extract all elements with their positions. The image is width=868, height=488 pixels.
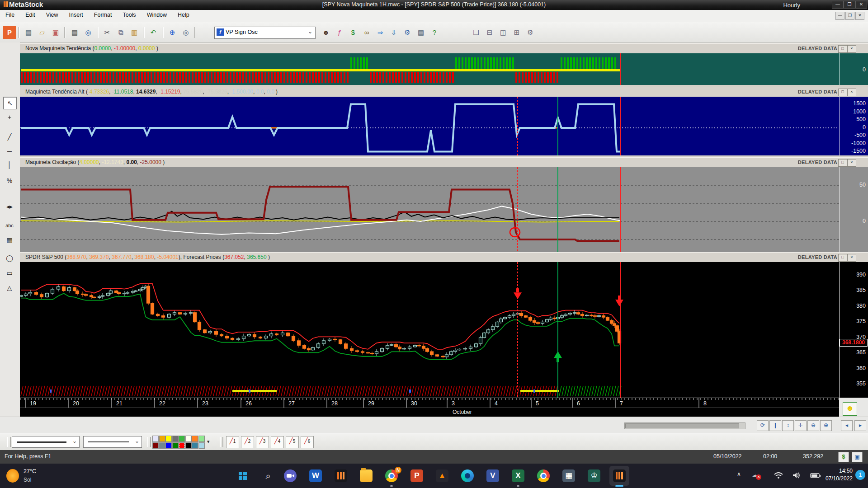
word-icon[interactable]: W	[306, 466, 326, 486]
battery-icon[interactable]	[810, 473, 821, 479]
price-scale-panel-1[interactable]: 0	[839, 53, 868, 85]
crosshair-icon[interactable]: ⊕	[166, 26, 179, 39]
percent-tool[interactable]: %	[3, 175, 16, 187]
line-weight-combobox[interactable]: ⌄	[83, 436, 142, 448]
horizontal-scrollbar[interactable]	[624, 422, 745, 429]
explorer-icon[interactable]: ☻	[320, 26, 332, 39]
edge-icon[interactable]	[458, 466, 477, 486]
teams-icon[interactable]	[280, 466, 300, 486]
palette-color[interactable]	[159, 436, 165, 442]
chart-panel-nova-maquineta-tendencia[interactable]	[20, 53, 839, 85]
date-axis[interactable]: 19202122232627282930345678	[20, 398, 839, 408]
cut-icon[interactable]: ✂	[101, 26, 113, 39]
menu-format[interactable]: Format	[89, 10, 118, 20]
toolbar-grip[interactable]	[220, 437, 223, 447]
palette-color[interactable]	[165, 442, 172, 449]
ellipse-tool[interactable]: ◯	[3, 252, 16, 264]
maximize-panel-button[interactable]: □	[838, 89, 847, 96]
monitor-status-icon[interactable]: ▣	[852, 452, 863, 462]
metastock-active-icon[interactable]	[609, 466, 629, 486]
chart-template-button-5[interactable]: ╱5	[286, 436, 299, 448]
chart-panel-maquineta-oscilacao[interactable]	[20, 167, 839, 252]
vertical-line-tool[interactable]: │	[3, 159, 16, 171]
menu-view[interactable]: View	[41, 10, 64, 20]
trendline-tool[interactable]: ╱	[3, 131, 16, 143]
price-scale-panel-4[interactable]: 390385380375370365360355	[839, 262, 868, 398]
line-style-combobox[interactable]: ⌄	[12, 436, 80, 448]
rectangle-tool[interactable]: ▭	[3, 267, 16, 279]
palette-color[interactable]	[179, 436, 185, 442]
smiley-status-icon[interactable]: ☻	[843, 402, 857, 416]
forecast-arrow-icon[interactable]: ⇒	[374, 26, 387, 39]
notification-badge[interactable]: 1	[855, 470, 865, 480]
menu-insert[interactable]: Insert	[64, 10, 89, 20]
toolbar-grip[interactable]	[147, 437, 151, 447]
scrollbar-thumb[interactable]	[625, 423, 739, 428]
chrome-icon[interactable]: N	[382, 466, 401, 486]
undo-icon[interactable]: ↶	[147, 26, 160, 39]
chrome-secondary-icon[interactable]	[533, 466, 553, 486]
toolbar-grip[interactable]	[7, 437, 11, 447]
palette-color[interactable]	[152, 436, 159, 442]
palette-color[interactable]	[198, 436, 205, 442]
tile-vertical-icon[interactable]: ◫	[497, 26, 509, 39]
close-panel-button[interactable]: ×	[847, 254, 856, 262]
chart-panel-maquineta-tendencia-alt[interactable]	[20, 97, 839, 155]
grid-tool[interactable]: ▦	[3, 234, 16, 246]
zoom-out-button[interactable]: ⊖	[807, 420, 819, 431]
save-icon[interactable]: ▣	[49, 26, 62, 39]
menu-help[interactable]: Help	[172, 10, 195, 20]
print-preview-icon[interactable]: ◎	[82, 26, 94, 39]
tile-horizontal-icon[interactable]: ⊟	[483, 26, 496, 39]
restore-button[interactable]: ❐	[844, 1, 855, 9]
maximize-panel-button[interactable]: □	[838, 254, 847, 262]
scroll-arrows-tool[interactable]: ◂▸	[3, 201, 16, 212]
palette-color[interactable]	[179, 442, 185, 449]
text-tool[interactable]: abc	[3, 220, 16, 231]
cursor-mode-button[interactable]: ❙	[769, 420, 781, 431]
menu-edit[interactable]: Edit	[20, 10, 41, 20]
refresh-button[interactable]: ⟳	[757, 420, 769, 431]
copy-icon[interactable]: ⧉	[114, 26, 127, 39]
maximize-panel-button[interactable]: □	[838, 45, 847, 53]
downloader-icon[interactable]: ⇩	[387, 26, 400, 39]
panel-title-maquineta-oscilacao[interactable]: Maquineta Oscilação (4.00000, -12.1743, …	[20, 157, 868, 168]
chart-template-button-3[interactable]: ╱3	[256, 436, 269, 448]
palette-color[interactable]	[192, 436, 198, 442]
vlc-icon[interactable]: ▲	[432, 466, 452, 486]
menu-file[interactable]: File	[0, 10, 20, 20]
dollar-status-icon[interactable]: $	[838, 452, 849, 462]
maximize-panel-button[interactable]: □	[838, 159, 847, 167]
chart-template-button-6[interactable]: ╱6	[301, 436, 314, 448]
expert-advisor-icon[interactable]: ⚙	[401, 26, 414, 39]
palette-color[interactable]	[159, 442, 165, 449]
zoom-tool-icon[interactable]: ◎	[179, 26, 192, 39]
zoom-in-button[interactable]: ⊕	[820, 420, 832, 431]
chart-template-button-1[interactable]: ╱1	[226, 436, 239, 448]
palette-color[interactable]	[192, 442, 198, 449]
calculator-icon[interactable]: ▦	[559, 466, 579, 486]
mdi-close-button[interactable]: ✕	[855, 12, 864, 20]
options-icon[interactable]: ⚙	[524, 26, 537, 39]
close-panel-button[interactable]: ×	[847, 159, 856, 167]
binoculars-icon[interactable]: ∞	[360, 26, 373, 39]
mdi-minimize-button[interactable]: —	[835, 12, 844, 20]
search-icon[interactable]: ⌕	[258, 466, 278, 486]
chart-panel-spdr-sp500[interactable]	[20, 262, 839, 398]
close-button[interactable]: ✕	[855, 1, 867, 9]
chart-template-button-2[interactable]: ╱2	[241, 436, 254, 448]
pointer-tool[interactable]: ↖	[3, 97, 17, 109]
chess-icon[interactable]: ♔	[584, 466, 604, 486]
visio-icon[interactable]: V	[483, 466, 503, 486]
taskbar-clock[interactable]: 14:50 07/10/2022	[826, 467, 853, 483]
price-scale-panel-3[interactable]: 500	[839, 167, 868, 252]
new-chart-icon[interactable]: ▤	[22, 26, 35, 39]
minimize-button[interactable]: —	[832, 1, 844, 9]
excel-icon[interactable]: X	[508, 466, 528, 486]
metastock-taskbar-icon[interactable]	[331, 466, 351, 486]
crosshair-tool[interactable]: +	[3, 111, 16, 123]
close-panel-button[interactable]: ×	[847, 89, 856, 96]
system-tester-icon[interactable]: $	[347, 26, 359, 39]
start-button[interactable]	[233, 466, 253, 486]
palette-color[interactable]	[172, 436, 179, 442]
